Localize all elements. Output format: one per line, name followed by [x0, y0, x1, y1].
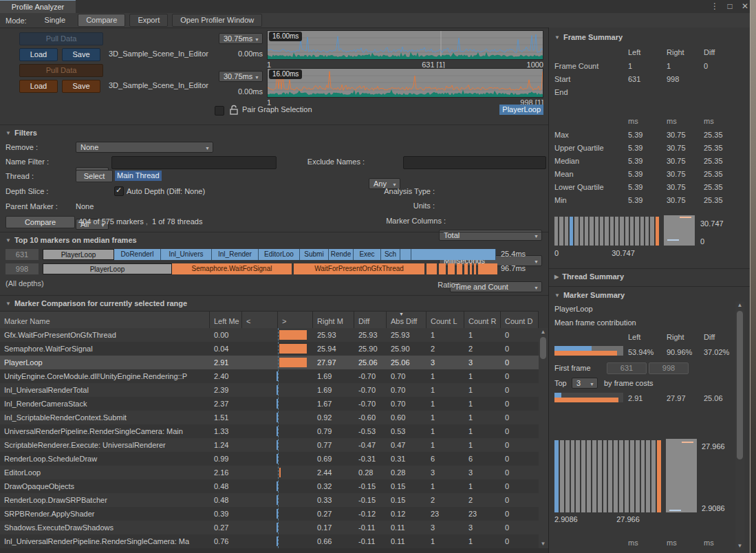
marker-segment[interactable]: [426, 263, 437, 274]
table-row[interactable]: Gfx.WaitForPresentOnGfxThread0.0025.9325…: [0, 328, 539, 342]
marker-segment[interactable]: PlayerLoop: [43, 263, 172, 274]
marker-segment[interactable]: [411, 249, 496, 260]
frame-time-graph-right[interactable]: 16.00ms: [267, 68, 543, 98]
table-row[interactable]: EditorLoop2.162.440.280.28330: [0, 466, 539, 479]
mode-compare-button[interactable]: Compare: [78, 14, 125, 27]
comparison-scrollbar[interactable]: ▲ ▼: [539, 328, 548, 548]
frame-time-graph-left[interactable]: 16.00ms: [267, 30, 543, 60]
scroll-up-icon[interactable]: ▲: [735, 301, 744, 310]
scroll-down-icon[interactable]: ▼: [735, 542, 744, 550]
marker-segment[interactable]: [439, 263, 446, 274]
summary-scrollbar[interactable]: ▲ ▼: [735, 301, 744, 550]
column-header[interactable]: <: [242, 312, 278, 329]
histogram-bar: [554, 440, 559, 512]
marker-segment[interactable]: Semaphore.WaitForSignal: [172, 263, 292, 274]
marker-segment[interactable]: DoRenderl: [114, 249, 161, 260]
thread-select-button[interactable]: Select: [76, 170, 113, 182]
name-filter-input[interactable]: [111, 156, 277, 169]
load-button-right[interactable]: Load: [19, 80, 58, 93]
load-button-left[interactable]: Load: [19, 48, 58, 61]
marker-segment[interactable]: [448, 263, 455, 274]
table-row[interactable]: Inl_UniversalRenderPipeline.RenderSingle…: [0, 534, 539, 548]
lock-icon[interactable]: [230, 105, 238, 115]
top10-header[interactable]: Top 10 markers on median frames: [6, 236, 137, 244]
table-row[interactable]: DrawOpaqueObjects0.480.32-0.150.15110: [0, 479, 539, 493]
window-edge: [750, 0, 756, 553]
marker-segment[interactable]: [464, 263, 468, 274]
selected-marker-chip[interactable]: PlayerLoop: [499, 105, 543, 115]
column-header[interactable]: Count D: [501, 312, 539, 329]
table-row[interactable]: RenderLoop.DrawSRPBatcher0.480.33-0.150.…: [0, 493, 539, 507]
save-button-left[interactable]: Save: [62, 48, 100, 61]
column-header[interactable]: >: [278, 312, 313, 329]
maximize-icon[interactable]: □: [724, 1, 735, 12]
marker-comparison-header[interactable]: Marker Comparison for currently selected…: [6, 299, 187, 307]
column-header[interactable]: Left Me: [210, 312, 242, 329]
exclude-names-input[interactable]: [403, 156, 546, 169]
save-button-right[interactable]: Save: [62, 80, 100, 93]
scroll-down-icon[interactable]: ▼: [539, 540, 548, 548]
table-row[interactable]: RenderLoop.ScheduleDraw0.990.69-0.310.31…: [0, 452, 539, 466]
tab-profile-analyzer[interactable]: Profile Analyzer: [0, 0, 76, 14]
thread-summary-header[interactable]: Thread Summary: [554, 272, 624, 281]
marker-summary-header[interactable]: Marker Summary: [554, 291, 625, 299]
table-cell: 0.60: [387, 411, 426, 424]
filters-header[interactable]: Filters: [6, 129, 37, 137]
marker-segment[interactable]: Rende: [329, 249, 354, 260]
table-row[interactable]: Inl_ScriptableRenderContext.Submit1.510.…: [0, 411, 539, 424]
marker-segment[interactable]: PlayerLoop: [43, 249, 114, 260]
y-axis-range-dropdown-right[interactable]: 30.75ms: [219, 71, 263, 82]
table-row[interactable]: UniversalRenderPipeline.RenderSingleCame…: [0, 424, 539, 438]
mode-single-button[interactable]: Single: [36, 14, 74, 27]
top-n-dropdown[interactable]: 3: [572, 378, 598, 389]
table-row[interactable]: Shadows.ExecuteDrawShadows0.270.17-0.110…: [0, 521, 539, 534]
marker-columns-dropdown[interactable]: Time and Count: [450, 281, 542, 292]
column-header[interactable]: Right M: [313, 312, 354, 329]
comparison-scrollbar-thumb[interactable]: [540, 337, 546, 359]
table-row[interactable]: Inl_UniversalRenderTotal2.391.69-0.700.7…: [0, 383, 539, 397]
marker-segment[interactable]: Inl_Render: [212, 249, 259, 260]
scroll-up-icon[interactable]: ▲: [539, 328, 548, 336]
thread-value[interactable]: Main Thread: [115, 171, 162, 181]
table-row[interactable]: Semaphore.WaitForSignal0.0425.9425.9025.…: [0, 342, 539, 356]
pull-data-button-left[interactable]: Pull Data: [19, 32, 103, 45]
marker-segment[interactable]: WaitForPresentOnGfxThread: [294, 263, 424, 274]
y-axis-range-dropdown-left[interactable]: 30.75ms: [219, 33, 263, 44]
open-profiler-window-button[interactable]: Open Profiler Window: [172, 14, 262, 27]
marker-segment[interactable]: Inl_Univers: [161, 249, 212, 260]
marker-segment[interactable]: [400, 249, 411, 260]
table-row[interactable]: ScriptableRenderer.Execute: UniversalRen…: [0, 438, 539, 452]
summary-scrollbar-thumb[interactable]: [737, 311, 743, 459]
table-row[interactable]: SRPBRender.ApplyShader0.390.27-0.120.122…: [0, 507, 539, 521]
table-row[interactable]: Inl_RenderCameraStack2.371.67-0.700.7011…: [0, 397, 539, 411]
table-row[interactable]: UnityEngine.CoreModule.dll!UnityEngine.R…: [0, 369, 539, 383]
marker-segment[interactable]: [470, 263, 472, 274]
column-header[interactable]: Marker Name: [0, 312, 210, 329]
marker-segment[interactable]: [478, 263, 497, 274]
close-icon[interactable]: ✕: [739, 1, 750, 12]
first-frame-left-button[interactable]: 631: [607, 362, 647, 374]
marker-segment[interactable]: [474, 263, 476, 274]
column-header[interactable]: Count R: [464, 312, 501, 329]
marker-segment[interactable]: Submi: [300, 249, 329, 260]
pair-graph-selection-checkbox[interactable]: [215, 106, 224, 116]
window-menu-icon[interactable]: ⋮: [709, 1, 720, 12]
frame-summary-header[interactable]: Frame Summary: [554, 33, 623, 41]
auto-depth-checkbox[interactable]: [114, 186, 124, 196]
table-cell: 2: [464, 493, 501, 507]
pull-data-button-right[interactable]: Pull Data: [19, 64, 103, 77]
marker-segment[interactable]: Exec: [354, 249, 381, 260]
first-frame-right-button[interactable]: 998: [649, 362, 689, 374]
remove-dropdown[interactable]: None: [76, 142, 213, 153]
column-header[interactable]: Diff: [354, 312, 387, 329]
column-header[interactable]: Count L: [426, 312, 464, 329]
summary-value: 5.39: [628, 144, 667, 152]
table-row[interactable]: PlayerLoop2.9127.9725.0625.06330: [0, 356, 539, 369]
compare-button[interactable]: Compare: [6, 216, 75, 228]
column-header[interactable]: ▼Abs Diff: [387, 312, 426, 329]
marker-segment[interactable]: [457, 263, 462, 274]
export-button[interactable]: Export: [129, 14, 168, 27]
marker-segment[interactable]: Sch: [381, 249, 400, 260]
marker-segment[interactable]: EditorLoo: [259, 249, 300, 260]
table-cell: 1: [426, 328, 464, 342]
